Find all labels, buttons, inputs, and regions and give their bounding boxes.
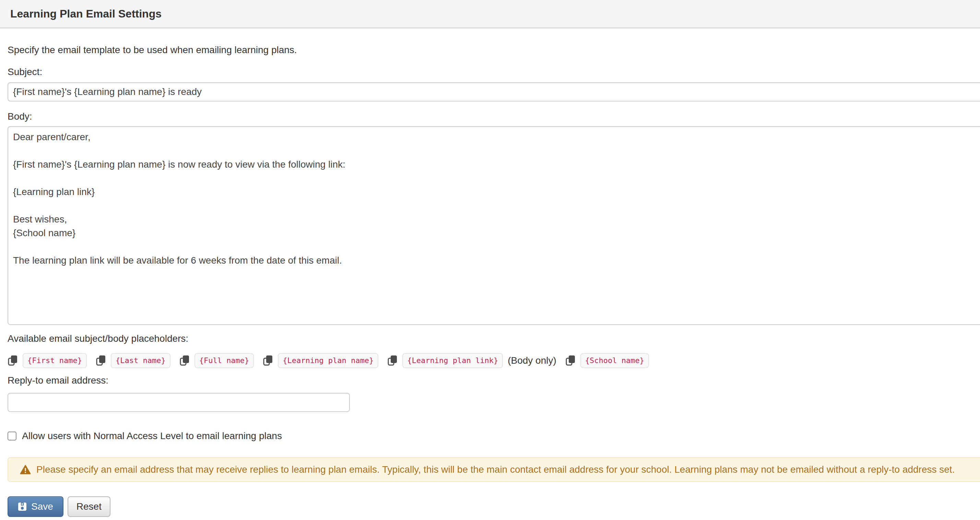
access-checkbox-row: Allow users with Normal Access Level to … [8, 429, 980, 443]
placeholder-token: {First name} [23, 353, 87, 368]
warning-text: Please specify an email address that may… [37, 463, 955, 476]
placeholder-group: {Learning plan link} (Body only) [387, 353, 556, 368]
reset-button-label: Reset [76, 501, 102, 512]
placeholder-group: {Learning plan name} [263, 353, 379, 368]
subject-input[interactable] [8, 82, 980, 101]
placeholder-token: {Full name} [194, 353, 254, 368]
body-textarea[interactable]: Dear parent/carer, {First name}'s {Learn… [8, 126, 980, 325]
access-checkbox-label: Allow users with Normal Access Level to … [22, 429, 282, 443]
form-buttons: Save Reset [8, 496, 980, 517]
placeholder-group: {School name} [565, 353, 649, 368]
save-button-label: Save [31, 501, 53, 512]
subject-label: Subject: [8, 65, 980, 79]
copy-icon[interactable] [565, 355, 576, 366]
body-label: Body: [8, 110, 980, 124]
save-button[interactable]: Save [8, 496, 64, 517]
placeholder-group: {Last name} [96, 353, 170, 368]
warning-triangle-icon [20, 465, 31, 475]
placeholder-group: {Full name} [180, 353, 254, 368]
copy-icon[interactable] [8, 355, 18, 366]
placeholder-token: {Last name} [111, 353, 170, 368]
placeholder-group: {First name} [8, 353, 87, 368]
reset-button[interactable]: Reset [68, 496, 110, 517]
replyto-input[interactable] [8, 393, 350, 412]
access-checkbox[interactable] [8, 431, 16, 441]
placeholder-note: (Body only) [508, 354, 556, 368]
page-header: Learning Plan Email Settings [0, 0, 980, 29]
placeholder-token: {Learning plan name} [278, 353, 379, 368]
intro-text: Specify the email template to be used wh… [8, 43, 980, 57]
save-floppy-icon [18, 502, 27, 511]
placeholder-badges-row: {First name} {Last name} {Full name} [8, 353, 980, 368]
copy-icon[interactable] [180, 355, 190, 366]
copy-icon[interactable] [96, 355, 106, 366]
page-title: Learning Plan Email Settings [10, 8, 162, 19]
copy-icon[interactable] [263, 355, 273, 366]
copy-icon[interactable] [387, 355, 398, 366]
placeholders-label: Available email subject/body placeholder… [8, 332, 980, 346]
warning-alert: Please specify an email address that may… [8, 457, 980, 482]
placeholder-token: {School name} [581, 353, 649, 368]
replyto-label: Reply-to email address: [8, 374, 980, 387]
settings-form: Specify the email template to be used wh… [0, 43, 980, 517]
placeholder-token: {Learning plan link} [402, 353, 503, 368]
